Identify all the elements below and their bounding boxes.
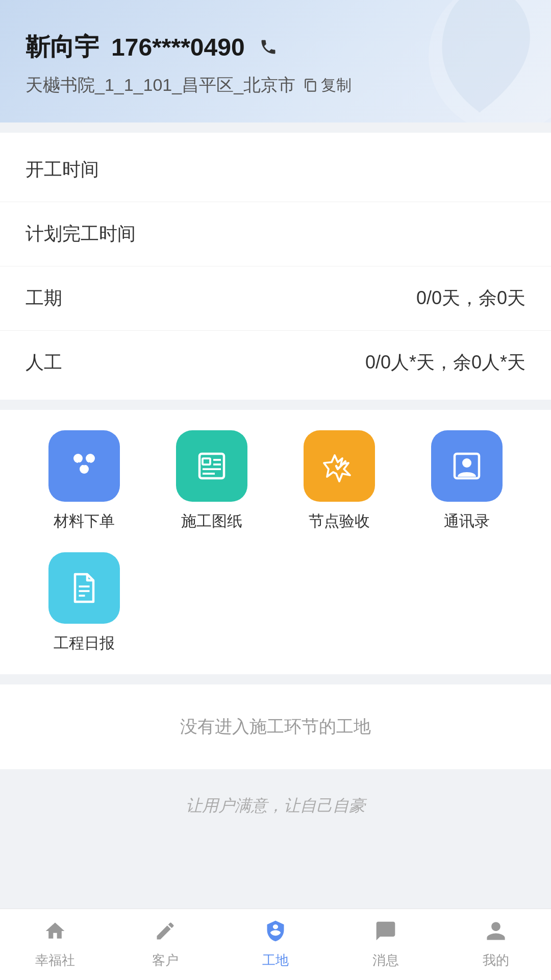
- contacts-item[interactable]: 通讯录: [408, 430, 525, 532]
- copy-icon: [304, 78, 318, 92]
- info-card: 开工时间 计划完工时间 工期 0/0天，余0天 人工 0/0人*天，余0人*天: [0, 133, 551, 400]
- svg-line-7: [78, 463, 84, 464]
- slogan: 让用户满意，让自己自豪: [0, 769, 551, 832]
- construction-drawing-item[interactable]: 施工图纸: [153, 430, 270, 532]
- duration-value: 0/0天，余0天: [416, 286, 525, 311]
- empty-state-card: 没有进入施工环节的工地: [0, 684, 551, 769]
- node-acceptance-label: 节点验收: [309, 511, 370, 532]
- svg-point-4: [73, 454, 83, 463]
- svg-line-1: [480, 46, 510, 77]
- phone-icon[interactable]: [257, 36, 280, 58]
- contacts-icon: [448, 448, 485, 484]
- header-address-row: 天樾书院_1_1_101_昌平区_北京市 复制: [26, 74, 525, 97]
- user-name: 靳向宇: [26, 31, 99, 63]
- svg-line-3: [480, 23, 503, 46]
- mine-icon: [485, 920, 507, 947]
- nav-home-label: 幸福社: [35, 951, 75, 969]
- node-acceptance-icon-box: [304, 430, 375, 502]
- svg-point-5: [86, 454, 95, 463]
- nav-customer-label: 客户: [152, 951, 179, 969]
- message-icon: [374, 920, 397, 947]
- contacts-label: 通讯录: [444, 511, 490, 532]
- customer-icon: [154, 920, 177, 947]
- labor-row: 人工 0/0人*天，余0人*天: [0, 331, 551, 395]
- daily-report-icon-box: [48, 552, 120, 624]
- header-card: 靳向宇 176****0490 天樾书院_1_1_101_昌平区_北京市 复制: [0, 0, 551, 122]
- daily-report-icon: [66, 570, 103, 606]
- nav-message-label: 消息: [372, 951, 399, 969]
- end-time-row: 计划完工时间: [0, 202, 551, 266]
- bottom-navigation: 幸福社 客户 工地 消息 我的: [0, 909, 551, 980]
- construction-drawing-icon-box: [176, 430, 247, 502]
- nav-item-customer[interactable]: 客户: [110, 920, 220, 969]
- header-name-row: 靳向宇 176****0490: [26, 31, 525, 63]
- empty-state-text: 没有进入施工环节的工地: [180, 717, 371, 736]
- svg-rect-10: [203, 458, 210, 464]
- labor-value: 0/0人*天，余0人*天: [365, 350, 525, 375]
- material-order-item[interactable]: 材料下单: [26, 430, 143, 532]
- material-order-label: 材料下单: [54, 511, 115, 532]
- nav-worksite-label: 工地: [262, 951, 289, 969]
- user-phone: 176****0490: [111, 33, 245, 61]
- node-acceptance-item[interactable]: 节点验收: [281, 430, 398, 532]
- copy-label: 复制: [321, 75, 352, 96]
- duration-label: 工期: [26, 286, 62, 311]
- nav-item-home[interactable]: 幸福社: [0, 920, 110, 969]
- contacts-icon-box: [431, 430, 503, 502]
- start-time-label: 开工时间: [26, 157, 99, 182]
- worksite-icon: [264, 920, 287, 947]
- icon-grid: 材料下单 施工图纸: [26, 430, 525, 654]
- nav-mine-label: 我的: [483, 951, 509, 969]
- user-address: 天樾书院_1_1_101_昌平区_北京市: [26, 74, 295, 97]
- nav-item-worksite[interactable]: 工地: [220, 920, 331, 969]
- material-order-icon-box: [48, 430, 120, 502]
- svg-point-16: [462, 458, 471, 468]
- labor-label: 人工: [26, 350, 62, 375]
- home-icon: [44, 920, 66, 947]
- construction-drawing-label: 施工图纸: [181, 511, 242, 532]
- duration-row: 工期 0/0天，余0天: [0, 266, 551, 331]
- header-decoration: [423, 0, 536, 117]
- icon-grid-card: 材料下单 施工图纸: [0, 410, 551, 674]
- daily-report-item[interactable]: 工程日报: [26, 552, 143, 654]
- daily-report-label: 工程日报: [54, 633, 115, 654]
- start-time-row: 开工时间: [0, 138, 551, 202]
- material-order-icon: [66, 448, 103, 484]
- svg-line-8: [84, 463, 90, 464]
- copy-button[interactable]: 复制: [304, 75, 352, 96]
- nav-item-message[interactable]: 消息: [331, 920, 441, 969]
- svg-point-6: [80, 464, 89, 474]
- end-time-label: 计划完工时间: [26, 222, 136, 247]
- svg-line-2: [454, 36, 480, 61]
- node-acceptance-icon: [321, 448, 358, 484]
- nav-item-mine[interactable]: 我的: [441, 920, 551, 969]
- construction-drawing-icon: [193, 448, 230, 484]
